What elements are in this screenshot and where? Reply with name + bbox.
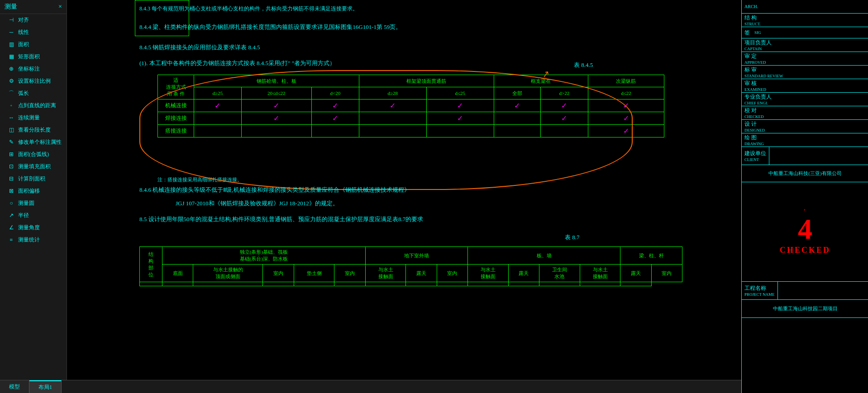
sidebar-item-rect-area-label: 矩形面积 xyxy=(18,53,40,61)
check-w1 xyxy=(194,112,242,125)
tb-approved-en: APPROVED xyxy=(744,60,766,65)
method-weld: 焊接连接 xyxy=(158,112,194,125)
tb-row-arch: ARCH. xyxy=(742,0,868,14)
sidebar-item-circle[interactable]: ○ 测量圆 xyxy=(0,197,67,209)
tb-chief-en: CHIEF ENGI. xyxy=(744,101,772,105)
bottom-tabs-bar: 模型 布局1 xyxy=(0,380,741,393)
check-l6 xyxy=(494,125,540,137)
cell-empty13 xyxy=(580,282,620,286)
sidebar-item-angle[interactable]: ∠ 测量角度 xyxy=(0,222,67,234)
table-845-col-d28: d≥28 xyxy=(359,87,426,99)
sidebar-item-modify[interactable]: ✎ 修改单个标注属性 xyxy=(0,136,67,148)
checked-badge-section: # 4 CHECKED xyxy=(742,182,868,282)
cell-empty10 xyxy=(467,282,508,286)
check-l2 xyxy=(241,125,311,137)
cell-empty11 xyxy=(508,282,539,286)
table-845: 适连接方式用 条 件 钢筋砼墙、柱、板 框架梁顶面贯通筋 框支梁在 次梁纵筋 d… xyxy=(157,75,664,137)
method-mechanical: 机械连接 xyxy=(158,99,194,112)
table845-title: 表 8.4.5 xyxy=(574,61,593,69)
area-arc-icon: ⊞ xyxy=(7,151,15,158)
check-m6: ✓ xyxy=(494,99,540,112)
check-l7 xyxy=(540,125,588,137)
sidebar-item-fill-area-label: 测量填充面积 xyxy=(18,163,51,170)
sidebar-item-segment-label: 查看分段长度 xyxy=(18,126,51,134)
sidebar-item-stats[interactable]: ≡ 测量统计 xyxy=(0,234,67,246)
table87-sub-water-contact2: 与水土接触面 xyxy=(467,265,508,282)
drawing-canvas[interactable]: 8.4.3 每个有规范明为桶心支柱或半桶心支柱的构件，共标向受力钢筋不得未满足连… xyxy=(67,0,682,380)
checked-hash: # xyxy=(804,208,806,211)
cell-empty2 xyxy=(162,282,193,286)
sidebar-item-continuous-label: 连续测量 xyxy=(18,114,40,122)
check-w2: ✓ xyxy=(241,112,311,125)
check-m8: ✓ xyxy=(588,99,664,112)
sidebar-item-coord[interactable]: ⊕ 坐标标注 xyxy=(0,63,67,75)
sidebar-item-arc-label: 弧长 xyxy=(18,90,29,97)
annotation-arrow: ↗ xyxy=(541,68,551,80)
cell-empty3 xyxy=(193,282,263,286)
check-w5: ✓ xyxy=(426,112,494,125)
sidebar-item-area-label: 面积 xyxy=(18,41,29,48)
table-row xyxy=(140,282,682,286)
table87-sub-top-side: 与水土接触的顶面或侧面 xyxy=(193,265,263,282)
sidebar-item-scale[interactable]: ⚙ 设置标注比例 xyxy=(0,75,67,87)
fill-area-icon: ⊡ xyxy=(7,163,15,170)
sidebar-title: 测量 × xyxy=(0,0,67,14)
table-845-col-all: 全部 xyxy=(494,87,540,99)
table-845-header-support-beam: 框支梁在 xyxy=(494,75,588,87)
cell-empty9 xyxy=(437,282,467,286)
check-w8: ✓ xyxy=(588,112,664,125)
table87-sub-water-contact: 与水土接触面 xyxy=(365,265,406,282)
tb-sig-label: 签 xyxy=(742,29,753,37)
check-l1 xyxy=(194,125,242,137)
sidebar-item-calc-area[interactable]: ⊟ 计算剖面积 xyxy=(0,173,67,185)
sidebar-item-area-offset[interactable]: ⊠ 面积偏移 xyxy=(0,185,67,197)
table-845-col-d22c: d≤22 xyxy=(588,87,664,99)
tb-drawing-cn: 绘 图 xyxy=(744,134,764,142)
tb-row-company: 中船重工海山科技(三亚)有限公司 xyxy=(742,165,868,182)
sidebar-item-fill-area[interactable]: ⊡ 测量填充面积 xyxy=(0,161,67,173)
sidebar-item-circle-label: 测量圆 xyxy=(18,199,34,207)
angle-icon: ∠ xyxy=(7,224,15,231)
stats-icon: ≡ xyxy=(7,237,15,243)
table87-sub-indoor2: 室内 xyxy=(334,265,365,282)
tb-project-en: PROJECT NAME xyxy=(744,292,775,297)
table-87: 结构部位 独立(条形)基础、筏板基础(系台)深、防水板 地下室外墙 板、墙 梁、… xyxy=(139,246,682,286)
check-m3: ✓ xyxy=(311,99,359,112)
table87-col-beam: 梁、柱、杆 xyxy=(620,247,682,265)
sidebar-item-scale-label: 设置标注比例 xyxy=(18,77,51,85)
tb-row-examined: 审 核 EXAMINED xyxy=(742,79,868,93)
sidebar-item-rect-area[interactable]: ▦ 矩形面积 xyxy=(0,51,67,63)
sidebar-item-stats-label: 测量统计 xyxy=(18,236,40,244)
sidebar-item-radius[interactable]: ↗ 半径 xyxy=(0,209,67,222)
tb-standard-en: STANDARD REVIEW xyxy=(744,74,783,78)
sidebar-close-icon[interactable]: × xyxy=(58,3,62,10)
sidebar-item-arc[interactable]: ⌒ 弧长 xyxy=(0,87,67,99)
arc-icon: ⌒ xyxy=(7,90,15,97)
tb-row-chief: 专业负责人 CHIEF ENGI. xyxy=(742,93,868,106)
table-845-header-beam-top: 框架梁顶面贯通筋 xyxy=(359,75,494,87)
point-dist-icon: ◦ xyxy=(7,102,15,109)
check-m5: ✓ xyxy=(426,99,494,112)
check-l8: ✓ xyxy=(588,125,664,137)
tb-row-drawing: 绘 图 DRAWING xyxy=(742,133,868,147)
table-845-col-d22b: d>22 xyxy=(540,87,588,99)
sidebar-item-continuous[interactable]: ↔ 连续测量 xyxy=(0,112,67,124)
table-845-header-secondary: 次梁纵筋 xyxy=(588,75,664,87)
sidebar-item-linear[interactable]: ─ 线性 xyxy=(0,26,67,38)
tb-row-struct: 结 构 STRUCT. xyxy=(742,14,868,27)
para-845-title: 8.4.5 钢筋焊接接头的应用部位及要求详表 8.4.5 xyxy=(139,43,260,52)
tb-captain-en: CAPTAIN xyxy=(744,47,772,51)
rect-area-icon: ▦ xyxy=(7,53,15,60)
tab-layout1[interactable]: 布局1 xyxy=(29,380,62,393)
main-drawing-area: 8.4.3 每个有规范明为桶心支柱或半桶心支柱的构件，共标向受力钢筋不得未满足连… xyxy=(67,0,868,393)
sidebar-item-point-dist[interactable]: ◦ 点到直线的距离 xyxy=(0,99,67,112)
sidebar-item-align[interactable]: ⊣ 对齐 xyxy=(0,14,67,26)
tab-model[interactable]: 模型 xyxy=(0,380,29,393)
sidebar-item-area-arc-label: 面积(合弧线) xyxy=(18,151,49,158)
cell-empty7 xyxy=(365,282,406,286)
table87-sub-indoor4: 室内 xyxy=(651,265,682,282)
sidebar-item-segment[interactable]: ◫ 查看分段长度 xyxy=(0,124,67,136)
sidebar-item-area-arc[interactable]: ⊞ 面积(合弧线) xyxy=(0,148,67,161)
method-lap: 搭接连接 xyxy=(158,125,194,137)
sidebar-item-area[interactable]: ▥ 面积 xyxy=(0,38,67,51)
